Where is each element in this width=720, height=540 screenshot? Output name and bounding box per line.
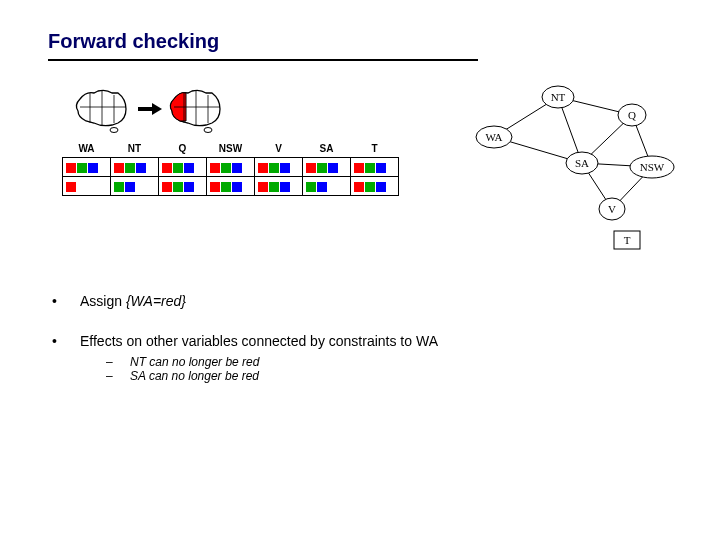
- graph-node-nt: NT: [542, 86, 574, 108]
- green-swatch: [114, 182, 124, 192]
- green-swatch: [173, 182, 183, 192]
- red-swatch: [162, 182, 172, 192]
- table-row: [63, 158, 399, 177]
- blue-swatch: [88, 163, 98, 173]
- australia-map-after: [166, 85, 226, 133]
- green-swatch: [317, 163, 327, 173]
- blue-swatch: [280, 163, 290, 173]
- red-swatch: [258, 163, 268, 173]
- green-swatch: [173, 163, 183, 173]
- australia-maps: [72, 85, 226, 133]
- title-rule: [48, 59, 478, 61]
- red-swatch: [210, 182, 220, 192]
- green-swatch: [365, 163, 375, 173]
- green-swatch: [125, 163, 135, 173]
- green-swatch: [221, 182, 231, 192]
- green-swatch: [306, 182, 316, 192]
- bullet-assign: • Assign {WA=red}: [48, 293, 672, 309]
- blue-swatch: [232, 182, 242, 192]
- svg-point-0: [110, 128, 118, 133]
- col-t: T: [351, 143, 399, 158]
- blue-swatch: [280, 182, 290, 192]
- svg-text:SA: SA: [575, 157, 589, 169]
- table-row: [63, 177, 399, 196]
- red-swatch: [162, 163, 172, 173]
- svg-text:NT: NT: [551, 91, 566, 103]
- svg-text:WA: WA: [485, 131, 502, 143]
- blue-swatch: [376, 182, 386, 192]
- col-sa: SA: [303, 143, 351, 158]
- svg-point-1: [204, 128, 212, 133]
- blue-swatch: [125, 182, 135, 192]
- blue-swatch: [184, 163, 194, 173]
- svg-text:NSW: NSW: [640, 161, 665, 173]
- red-swatch: [66, 163, 76, 173]
- svg-text:T: T: [624, 234, 631, 246]
- graph-node-t: T: [614, 231, 640, 249]
- red-swatch: [354, 182, 364, 192]
- sub-bullet: NT can no longer be red: [130, 355, 259, 369]
- blue-swatch: [376, 163, 386, 173]
- blue-swatch: [232, 163, 242, 173]
- col-nt: NT: [111, 143, 159, 158]
- col-v: V: [255, 143, 303, 158]
- green-swatch: [269, 163, 279, 173]
- red-swatch: [258, 182, 268, 192]
- red-swatch: [306, 163, 316, 173]
- red-swatch: [210, 163, 220, 173]
- australia-map-before: [72, 85, 132, 133]
- green-swatch: [77, 163, 87, 173]
- green-swatch: [221, 163, 231, 173]
- green-swatch: [365, 182, 375, 192]
- col-q: Q: [159, 143, 207, 158]
- blue-swatch: [184, 182, 194, 192]
- red-swatch: [114, 163, 124, 173]
- graph-node-nsw: NSW: [630, 156, 674, 178]
- arrow-icon: [138, 104, 160, 114]
- bullet-effects: • Effects on other variables connected b…: [48, 333, 672, 383]
- graph-node-wa: WA: [476, 126, 512, 148]
- domain-table: WANTQNSWVSAT: [62, 143, 399, 196]
- blue-swatch: [317, 182, 327, 192]
- sub-bullet: SA can no longer be red: [130, 369, 259, 383]
- col-wa: WA: [63, 143, 111, 158]
- constraint-graph: NT WA Q SA NSW V T: [462, 75, 682, 255]
- green-swatch: [269, 182, 279, 192]
- figure-row: WANTQNSWVSAT: [48, 85, 672, 275]
- slide-title: Forward checking: [48, 30, 672, 53]
- col-nsw: NSW: [207, 143, 255, 158]
- graph-node-q: Q: [618, 104, 646, 126]
- blue-swatch: [328, 163, 338, 173]
- red-swatch: [354, 163, 364, 173]
- bullet-list: • Assign {WA=red} • Effects on other var…: [48, 293, 672, 383]
- graph-node-v: V: [599, 198, 625, 220]
- svg-text:V: V: [608, 203, 616, 215]
- graph-node-sa: SA: [566, 152, 598, 174]
- svg-text:Q: Q: [628, 109, 636, 121]
- blue-swatch: [136, 163, 146, 173]
- red-swatch: [66, 182, 76, 192]
